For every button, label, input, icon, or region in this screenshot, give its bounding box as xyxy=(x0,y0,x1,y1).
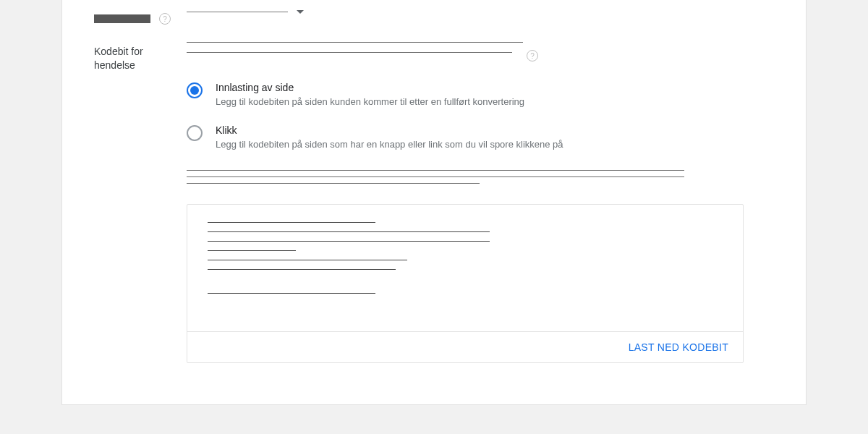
download-snippet-button[interactable]: LAST NED KODEBIT xyxy=(629,341,728,353)
instructions-text xyxy=(187,170,684,184)
radio-icon[interactable] xyxy=(187,125,203,141)
radio-description: Legg til kodebiten på siden kunden komme… xyxy=(216,96,524,107)
code-snippet-card: LAST NED KODEBIT xyxy=(187,204,744,363)
radio-option-page-load[interactable]: Innlasting av side Legg til kodebiten på… xyxy=(187,82,774,107)
event-snippet-section: Kodebit for hendelse ? Innlast xyxy=(94,42,774,363)
radio-group: Innlasting av side Legg til kodebiten på… xyxy=(187,82,774,150)
redacted-label xyxy=(94,14,150,23)
help-icon[interactable]: ? xyxy=(527,50,538,61)
intro-text: ? xyxy=(187,42,523,61)
chevron-down-icon xyxy=(297,10,304,14)
code-snippet-body xyxy=(187,205,743,331)
code-snippet-footer: LAST NED KODEBIT xyxy=(187,331,743,362)
radio-icon[interactable] xyxy=(187,82,203,98)
radio-title: Innlasting av side xyxy=(216,82,524,93)
settings-card: ? Kodebit for hendelse ? xyxy=(61,0,807,405)
redacted-value xyxy=(187,12,288,12)
section-label: Kodebit for hendelse xyxy=(94,45,187,72)
help-icon[interactable]: ? xyxy=(159,13,171,25)
dropdown-select[interactable] xyxy=(187,10,774,17)
radio-title: Klikk xyxy=(216,124,563,136)
setting-row-dropdown: ? xyxy=(94,10,774,25)
radio-description: Legg til kodebiten på siden som har en k… xyxy=(216,139,563,150)
radio-option-click[interactable]: Klikk Legg til kodebiten på siden som ha… xyxy=(187,124,774,150)
